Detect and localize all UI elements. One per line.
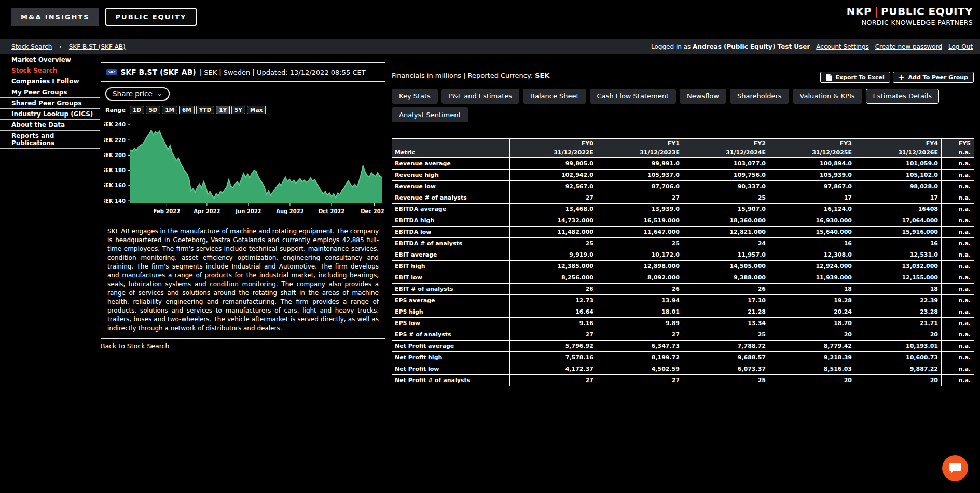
value-cell: 17,064.000 [855, 215, 942, 226]
session-user: Andreas (Public Equity) Test User [693, 43, 810, 50]
value-cell: 8,199.72 [597, 351, 683, 363]
value-cell: 26 [597, 283, 683, 294]
session-link-create-new-password[interactable]: Create new password [875, 43, 942, 50]
range-button-ytd[interactable]: YTD [196, 106, 214, 114]
value-cell: 15,907.0 [683, 203, 769, 215]
range-button-5y[interactable]: 5Y [231, 106, 245, 114]
metric-cell: Revenue # of analysts [392, 192, 510, 203]
value-cell: 90,337.0 [683, 180, 769, 192]
table-row: Revenue # of analysts2727251717n.a. [392, 192, 974, 203]
range-button-5d[interactable]: 5D [146, 106, 160, 114]
value-cell: 7,788.72 [683, 340, 769, 351]
value-cell: 16,519.000 [597, 215, 683, 226]
sidebar-item-industry-lookup-gics[interactable]: Industry Lookup (GICS) [0, 109, 100, 120]
sidebar-item-shared-peer-groups[interactable]: Shared Peer Groups [0, 98, 100, 109]
chat-widget-button[interactable] [942, 455, 968, 481]
range-button-6m[interactable]: 6M [179, 106, 195, 114]
table-row: Net Profit high7,578.168,199.729,688.579… [392, 351, 974, 363]
value-cell: 105,937.0 [597, 169, 683, 180]
value-cell: n.a. [942, 260, 974, 272]
nav-public-equity-button[interactable]: PUBLIC EQUITY [105, 8, 197, 26]
tab-analyst-sentiment[interactable]: Analyst Sentiment [392, 107, 468, 122]
range-button-max[interactable]: Max [247, 106, 266, 114]
svg-text:Aug 2022: Aug 2022 [276, 208, 303, 214]
table-row: Net Profit average5,796.926,347.737,788.… [392, 340, 974, 351]
value-cell: 7,578.16 [510, 351, 597, 363]
top-bar: M&A INSIGHTS PUBLIC EQUITY NKP|PUBLIC EQ… [0, 0, 980, 39]
add-to-peer-group-button[interactable]: + Add To Peer Group [893, 72, 974, 83]
series-select-dropdown[interactable]: Share price ⌄ [105, 87, 170, 101]
tab-cash-flow-statement[interactable]: Cash Flow Statement [590, 89, 676, 104]
value-cell: 5,796.92 [510, 340, 597, 351]
fy-header-fy3: FY3 [769, 139, 855, 148]
range-button-1d[interactable]: 1D [130, 106, 144, 114]
svg-text:SEK 180: SEK 180 [104, 167, 126, 173]
stock-meta: | SEK | Sweden | Updated: 13/12/2022 08:… [200, 68, 366, 76]
value-cell: 26 [683, 283, 769, 294]
tab-newsflow[interactable]: Newsflow [680, 89, 726, 104]
table-row: EPS # of analysts2727252020n.a. [392, 329, 974, 340]
breadcrumb-stock-search-link[interactable]: Stock Search [11, 43, 52, 50]
value-cell: 25 [683, 374, 769, 386]
tab-valuation-kpis[interactable]: Valuation & KPIs [793, 89, 862, 104]
sidebar-item-my-peer-groups[interactable]: My Peer Groups [0, 87, 100, 98]
value-cell: n.a. [942, 272, 974, 283]
value-cell: 16.64 [510, 306, 597, 317]
session-link-log-out[interactable]: Log Out [948, 43, 973, 50]
value-cell: n.a. [942, 169, 974, 180]
tab-shareholders[interactable]: Shareholders [730, 89, 789, 104]
value-cell: 8,516.03 [769, 363, 855, 374]
range-button-1y[interactable]: 1Y [216, 106, 230, 114]
app-root: M&A INSIGHTS PUBLIC EQUITY NKP|PUBLIC EQ… [0, 0, 980, 493]
sidebar-item-reports-and-publications[interactable]: Reports and Publications [0, 131, 100, 149]
value-cell: 25 [510, 237, 597, 249]
breadcrumb: Stock Search › SKF B.ST (SKF AB) [11, 43, 126, 50]
date-header-6: n.a. [942, 148, 974, 158]
value-cell: 8,779.42 [769, 340, 855, 351]
session-link-account-settings[interactable]: Account Settings [816, 43, 868, 50]
sidebar-item-companies-i-follow[interactable]: Companies I Follow [0, 76, 100, 87]
value-cell: n.a. [942, 226, 974, 237]
value-cell: 87,706.0 [597, 180, 683, 192]
metric-cell: EPS low [392, 317, 510, 329]
tab-estimates-details[interactable]: Estimates Details [866, 89, 939, 104]
range-selector: Range 1D5D1M6MYTD1Y5YMax [105, 106, 384, 114]
metric-cell: EBITDA # of analysts [392, 237, 510, 249]
session-separator: - [942, 43, 948, 50]
sidebar-item-about-the-data[interactable]: About the Data [0, 120, 100, 131]
value-cell: n.a. [942, 180, 974, 192]
value-cell: 16,124.0 [769, 203, 855, 215]
value-cell: 16408 [855, 203, 942, 215]
plus-icon: + [899, 75, 905, 80]
back-to-stock-search-link[interactable]: Back to Stock Search [101, 342, 169, 350]
tab-balance-sheet[interactable]: Balance Sheet [523, 89, 586, 104]
value-cell: 18.01 [597, 306, 683, 317]
value-cell: 20 [769, 329, 855, 340]
value-cell: 16 [855, 237, 942, 249]
metric-cell: EBITDA high [392, 215, 510, 226]
value-cell: 17.10 [683, 294, 769, 306]
sidebar-item-market-overview[interactable]: Market Overview [0, 54, 100, 65]
svg-text:SEK 220: SEK 220 [104, 137, 126, 143]
tab-key-stats[interactable]: Key Stats [392, 89, 438, 104]
value-cell: n.a. [942, 317, 974, 329]
chart-controls: Share price ⌄ Range 1D5D1M6MYTD1Y5YMax S… [101, 82, 385, 222]
value-cell: 13.94 [597, 294, 683, 306]
range-button-1m[interactable]: 1M [162, 106, 177, 114]
breadcrumb-company-link[interactable]: SKF B.ST (SKF AB) [69, 43, 126, 50]
metric-cell: EBITDA average [392, 203, 510, 215]
nkp-logo-main: NKP|PUBLIC EQUITY [847, 5, 973, 18]
metric-cell: Net Profit low [392, 363, 510, 374]
value-cell: 12,821.000 [683, 226, 769, 237]
sidebar-item-stock-search[interactable]: Stock Search [0, 65, 100, 76]
value-cell: 27 [510, 329, 597, 340]
value-cell: 19.28 [769, 294, 855, 306]
value-cell: n.a. [942, 203, 974, 215]
export-to-excel-button[interactable]: Export To Excel [820, 72, 890, 83]
metric-header: Metric [392, 148, 510, 158]
nav-ma-insights-button[interactable]: M&A INSIGHTS [11, 8, 99, 26]
svg-text:Feb 2022: Feb 2022 [153, 208, 180, 214]
reported-currency: SEK [535, 72, 549, 79]
tab-p-l-and-estimates[interactable]: P&L and Estimates [441, 89, 519, 104]
value-cell: 20 [855, 374, 942, 386]
